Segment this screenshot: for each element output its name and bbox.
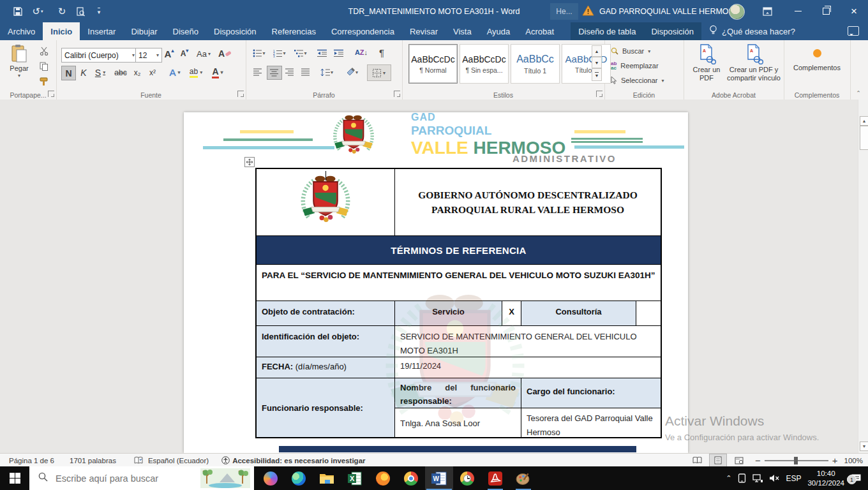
font-dialog-launcher[interactable] bbox=[237, 91, 244, 97]
subscript-button[interactable]: x₂ bbox=[130, 66, 144, 79]
page-indicator[interactable]: Página 1 de 6 bbox=[9, 457, 54, 464]
borders-button[interactable]: ▾ bbox=[367, 64, 391, 81]
qat-customize-button[interactable]: ▾ bbox=[92, 4, 106, 19]
file-explorer-icon[interactable] bbox=[313, 466, 341, 490]
grow-font-button[interactable]: A▴ bbox=[162, 47, 176, 61]
tray-expand-chevron[interactable]: ⌃ bbox=[726, 474, 731, 482]
excel-icon[interactable]: X bbox=[341, 466, 369, 490]
shrink-font-button[interactable]: A▾ bbox=[177, 47, 191, 61]
zoom-in-button[interactable]: + bbox=[832, 455, 838, 466]
accessibility-icon[interactable] bbox=[221, 456, 230, 464]
document-page[interactable]: GAD PARROQUIAL VALLE HERMOSO ADMINISTRAT… bbox=[184, 112, 688, 453]
tab-diseno-de-tabla[interactable]: Diseño de tabla bbox=[571, 22, 643, 40]
sort-button[interactable]: AZ↓ bbox=[352, 45, 371, 59]
align-left-button[interactable] bbox=[251, 66, 265, 78]
styles-more-button[interactable]: ▼ bbox=[592, 68, 602, 81]
bold-button[interactable]: N bbox=[61, 66, 76, 80]
clipboard-dialog-launcher[interactable] bbox=[48, 91, 54, 97]
minimize-button[interactable] bbox=[784, 0, 812, 22]
tab-disposicion[interactable]: Disposición bbox=[206, 22, 264, 40]
maximize-restore-button[interactable] bbox=[812, 0, 840, 22]
search-highlight-image[interactable] bbox=[200, 468, 250, 488]
change-case-button[interactable]: Aa▾ bbox=[194, 47, 213, 61]
zoom-level[interactable]: 100% bbox=[844, 457, 863, 464]
shading-button[interactable]: ▾ bbox=[341, 66, 362, 78]
network-icon[interactable] bbox=[752, 474, 763, 482]
document-alert[interactable]: GAD PARROQUIAL VALLE HERMOSO bbox=[582, 0, 740, 22]
taskbar-clock[interactable]: 10:40 30/12/2024 bbox=[807, 469, 844, 488]
tab-correspondencia[interactable]: Correspondencia bbox=[324, 22, 402, 40]
addins-button[interactable]: Complementos bbox=[791, 45, 842, 72]
font-name-combobox[interactable]: Calibri (Cuerpo)▾ bbox=[61, 48, 138, 63]
redo-button[interactable]: ↻ bbox=[55, 4, 69, 19]
firefox-icon[interactable] bbox=[369, 466, 397, 490]
notification-center-button[interactable]: 1 bbox=[851, 473, 862, 483]
avatar[interactable] bbox=[729, 4, 745, 20]
tab-vista[interactable]: Vista bbox=[445, 22, 479, 40]
read-mode-button[interactable] bbox=[689, 454, 705, 466]
zoom-out-button[interactable]: − bbox=[755, 455, 761, 466]
web-layout-button[interactable] bbox=[731, 454, 747, 466]
word-icon[interactable]: W bbox=[425, 466, 453, 490]
zoom-slider-thumb[interactable] bbox=[794, 457, 798, 464]
paragraph-dialog-launcher[interactable] bbox=[394, 91, 400, 97]
language-indicator[interactable]: Español (Ecuador) bbox=[148, 457, 209, 464]
document-canvas[interactable]: GAD PARROQUIAL VALLE HERMOSO ADMINISTRAT… bbox=[0, 100, 868, 453]
justify-button[interactable] bbox=[299, 66, 313, 78]
align-center-button[interactable] bbox=[267, 66, 282, 80]
tab-referencias[interactable]: Referencias bbox=[264, 22, 324, 40]
scroll-down-button[interactable]: ▼ bbox=[860, 442, 868, 451]
style-titulo-2[interactable]: AaBbCcDTítulo 2 bbox=[562, 44, 611, 84]
numbering-button[interactable]: 123▾ bbox=[271, 47, 288, 59]
language-badge[interactable]: ESP bbox=[786, 474, 801, 483]
select-button[interactable]: Seleccionar▾ bbox=[611, 75, 680, 86]
comments-icon[interactable] bbox=[848, 26, 859, 36]
text-effects-button[interactable]: A▾ bbox=[166, 66, 184, 79]
tablet-mode-icon[interactable] bbox=[738, 473, 746, 483]
create-pdf-share-button[interactable]: A Crear un PDF y compartir vínculo bbox=[727, 44, 781, 82]
bullets-button[interactable]: ▾ bbox=[251, 47, 267, 59]
zoom-slider[interactable] bbox=[765, 460, 828, 461]
tab-disposicion-tabla[interactable]: Disposición bbox=[643, 22, 701, 40]
edge-icon[interactable] bbox=[285, 466, 313, 490]
tab-ayuda[interactable]: Ayuda bbox=[479, 22, 518, 40]
increase-indent-button[interactable] bbox=[331, 47, 347, 59]
cut-button[interactable] bbox=[37, 45, 51, 57]
tab-revisar[interactable]: Revisar bbox=[402, 22, 445, 40]
save-icon[interactable] bbox=[11, 4, 25, 19]
tab-dibujar[interactable]: Dibujar bbox=[123, 22, 165, 40]
tab-archivo[interactable]: Archivo bbox=[0, 22, 43, 40]
highlight-button[interactable]: ab▾ bbox=[186, 66, 206, 79]
multilevel-list-button[interactable]: ▾ bbox=[292, 47, 310, 59]
word-count[interactable]: 1701 palabras bbox=[70, 457, 116, 464]
terms-table[interactable]: GOBIERNO AUTÓNOMO DESCENTRALIZADO PARROQ… bbox=[255, 168, 662, 438]
underline-button[interactable]: S▾ bbox=[91, 66, 109, 79]
replace-button[interactable]: abac Reemplazar bbox=[611, 60, 680, 71]
find-button[interactable]: Buscar▾ bbox=[611, 45, 680, 57]
strikethrough-button[interactable]: abc bbox=[112, 66, 129, 79]
decrease-indent-button[interactable] bbox=[315, 47, 330, 59]
show-paragraph-marks-button[interactable]: ¶ bbox=[375, 45, 389, 59]
print-preview-button[interactable] bbox=[73, 4, 87, 19]
tab-inicio[interactable]: Inicio bbox=[43, 22, 80, 40]
accessibility-status[interactable]: Accesibilidad: es necesario investigar bbox=[232, 457, 365, 464]
styles-scroll-up-button[interactable]: ▲ bbox=[592, 45, 602, 57]
taskbar-search-box[interactable] bbox=[29, 466, 254, 490]
italic-button[interactable]: K bbox=[77, 66, 90, 79]
tab-diseno[interactable]: Diseño bbox=[165, 22, 206, 40]
print-layout-button[interactable] bbox=[709, 454, 727, 467]
scroll-up-button[interactable]: ▲ bbox=[860, 116, 868, 126]
tab-acrobat[interactable]: Acrobat bbox=[518, 22, 562, 40]
ribbon-display-options-button[interactable] bbox=[756, 4, 778, 19]
styles-scroll-down-button[interactable]: ▼ bbox=[592, 57, 602, 68]
volume-muted-icon[interactable] bbox=[769, 474, 779, 482]
collapse-ribbon-button[interactable]: ⌃ bbox=[853, 89, 864, 98]
format-painter-button[interactable] bbox=[37, 76, 51, 87]
create-pdf-button[interactable]: A Crear un PDF bbox=[689, 44, 724, 82]
clear-formatting-button[interactable]: A bbox=[217, 47, 232, 61]
vertical-scrollbar[interactable]: ▲ ▼ bbox=[858, 100, 868, 453]
paste-button[interactable]: Pegar ▾ bbox=[5, 44, 33, 78]
line-spacing-button[interactable]: ▾ bbox=[317, 66, 336, 78]
style-sin-espaciado[interactable]: AaBbCcDc¶ Sin espa... bbox=[460, 44, 509, 84]
font-color-button[interactable]: A▾ bbox=[208, 66, 227, 79]
